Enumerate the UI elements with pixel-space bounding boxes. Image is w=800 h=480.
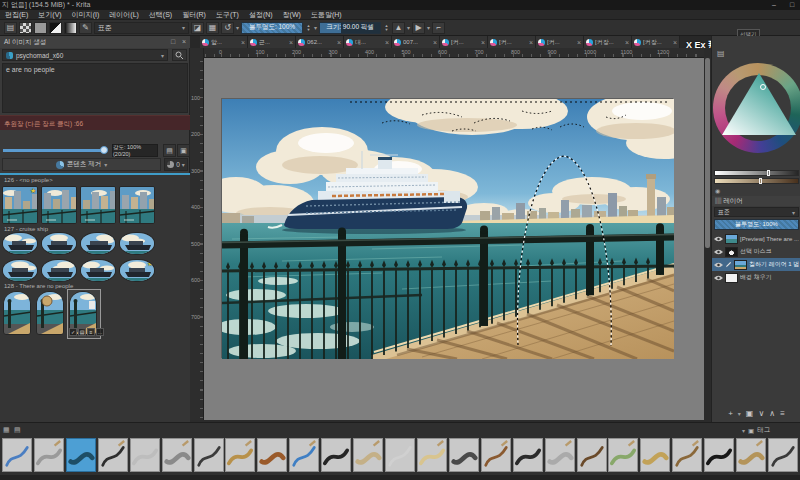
queue-button[interactable]: 0 ▾ — [164, 158, 188, 171]
chevron-down-icon[interactable]: ▾ — [314, 24, 317, 31]
tab-close-icon[interactable]: × — [673, 39, 677, 46]
history-thumbnail[interactable] — [2, 259, 38, 282]
add-region-button[interactable]: ▣ — [177, 144, 190, 157]
save-icon[interactable]: ▤ — [4, 22, 17, 34]
mirror-icon[interactable]: ▲ — [392, 22, 405, 34]
brush-preset[interactable] — [768, 438, 798, 472]
brush-preset[interactable] — [353, 438, 383, 472]
menu-item[interactable]: 편집(E) — [0, 10, 33, 20]
model-select[interactable]: psychomad_x60 ▾ — [2, 49, 168, 61]
brush-preset[interactable] — [98, 438, 128, 472]
settings-button[interactable]: ▤ — [163, 144, 176, 157]
brush-preset[interactable] — [513, 438, 543, 472]
docker-grid-icon[interactable]: ▦ — [3, 426, 10, 434]
layer-blend-select[interactable]: 표준 ▾ — [714, 207, 799, 217]
eye-icon[interactable] — [714, 249, 723, 255]
brush-preset[interactable] — [545, 438, 575, 472]
chevron-down-icon[interactable]: ▾ — [427, 24, 430, 31]
eye-icon[interactable] — [714, 262, 723, 268]
dither-icon[interactable]: ▦ — [206, 22, 219, 34]
eraser-icon[interactable]: ◪ — [191, 22, 204, 34]
move-layer-up-button[interactable]: ∧ — [769, 409, 775, 418]
pattern-chooser-icon[interactable] — [34, 22, 47, 34]
scrollbar-thumb[interactable] — [705, 58, 710, 248]
menu-item[interactable]: 이미지(I) — [67, 10, 105, 20]
duplicate-layer-button[interactable]: ▣ — [746, 409, 754, 418]
reload-brush-icon[interactable]: ↺ — [221, 22, 234, 34]
document-tab[interactable]: 007... × — [392, 36, 440, 48]
history-thumbnail[interactable] — [41, 259, 77, 282]
history-thumbnail[interactable]: ★ — [119, 259, 155, 282]
copy-result-button[interactable]: ▤ — [78, 328, 86, 336]
apply-result-button[interactable]: ✓ — [69, 328, 77, 336]
eye-icon[interactable] — [714, 236, 723, 242]
size-slider[interactable]: 크기: 90.00 픽셀 — [319, 22, 381, 34]
menu-item[interactable]: 레이어(L) — [104, 10, 144, 20]
size-spinner[interactable]: ▲▼ — [383, 22, 390, 34]
brush-preset[interactable] — [672, 438, 702, 472]
history-thumbnail[interactable] — [80, 186, 116, 224]
brush-preset[interactable] — [289, 438, 319, 472]
color-history-icon[interactable]: ◉ — [715, 187, 720, 194]
docker-list-icon[interactable]: ▤ — [14, 426, 21, 434]
blend-mode-select[interactable]: 표준▾ — [94, 22, 189, 34]
float-dock-icon[interactable]: □ — [168, 36, 178, 48]
gradient-icon[interactable] — [64, 22, 77, 34]
brush-preset[interactable] — [225, 438, 255, 472]
strength-slider[interactable] — [3, 149, 103, 152]
brush-preset[interactable] — [385, 438, 415, 472]
document-tab[interactable]: [커... × — [488, 36, 536, 48]
brush-preset[interactable] — [34, 438, 64, 472]
chevron-down-icon[interactable]: ▾ — [407, 24, 410, 31]
tab-close-icon[interactable]: × — [577, 39, 581, 46]
canvas-area[interactable] — [204, 58, 704, 420]
brush-preset[interactable] — [130, 438, 160, 472]
slider-handle[interactable] — [767, 170, 770, 176]
chevron-down-icon[interactable]: ▾ — [738, 410, 741, 417]
chevron-down-icon[interactable]: ▾ — [236, 24, 239, 31]
eye-icon[interactable] — [714, 275, 723, 281]
layer-opacity-slider[interactable]: 불투명도: 100% — [714, 219, 799, 230]
brush-preset[interactable] — [321, 438, 351, 472]
document-tab[interactable]: [커... × — [440, 36, 488, 48]
menu-item[interactable]: 보기(V) — [33, 10, 66, 20]
tint-slider[interactable] — [714, 178, 799, 184]
tab-close-icon[interactable]: × — [481, 39, 485, 46]
more-options-button[interactable]: … — [96, 328, 104, 336]
history-thumbnail[interactable] — [3, 291, 31, 335]
brush-preset[interactable] — [481, 438, 511, 472]
brush-editor-icon[interactable]: ✎ — [79, 22, 92, 34]
history-thumbnail[interactable] — [119, 186, 155, 224]
brush-preset[interactable] — [417, 438, 447, 472]
brush-preset[interactable] — [640, 438, 670, 472]
layer-row[interactable]: 배경 채우기 — [712, 271, 800, 284]
palette-docker-icon[interactable]: ▤ — [717, 49, 725, 58]
menu-item[interactable]: 필터(R) — [177, 10, 211, 20]
layer-row[interactable]: 선택 마스크 — [712, 245, 800, 258]
history-thumbnail[interactable]: ★ — [2, 186, 38, 224]
tab-close-icon[interactable]: × — [433, 39, 437, 46]
document-tab[interactable]: [커장... × — [632, 36, 680, 48]
document-tab[interactable]: [커... × — [536, 36, 584, 48]
move-layer-down-button[interactable]: ∨ — [758, 409, 764, 418]
tab-close-icon[interactable]: × — [625, 39, 629, 46]
menu-item[interactable]: 선택(S) — [144, 10, 177, 20]
gradient-chooser-icon[interactable] — [19, 22, 32, 34]
document-tab[interactable]: 062... × — [296, 36, 344, 48]
tab-close-icon[interactable]: × — [337, 39, 341, 46]
strength-slider-handle[interactable] — [100, 146, 108, 154]
document-tab[interactable]: 앞... × — [200, 36, 248, 48]
brush-preset[interactable] — [608, 438, 638, 472]
value-slider[interactable] — [714, 170, 799, 176]
tag-filter[interactable]: ▾ ▣ 태그 — [742, 426, 770, 435]
layer-row[interactable]: [Preview] There are ... — [712, 232, 800, 245]
canvas-vertical-scrollbar[interactable] — [704, 48, 711, 420]
result-menu-button[interactable]: ≡ — [87, 328, 95, 336]
history-thumbnail[interactable] — [41, 232, 77, 255]
snap-icon[interactable]: ⌐ — [432, 22, 445, 34]
menu-item[interactable]: 도움말(H) — [306, 10, 347, 20]
tab-close-icon[interactable]: × — [241, 39, 245, 46]
brush-preset[interactable] — [736, 438, 766, 472]
brush-preset[interactable] — [66, 438, 96, 472]
history-thumbnail[interactable] — [36, 291, 64, 335]
